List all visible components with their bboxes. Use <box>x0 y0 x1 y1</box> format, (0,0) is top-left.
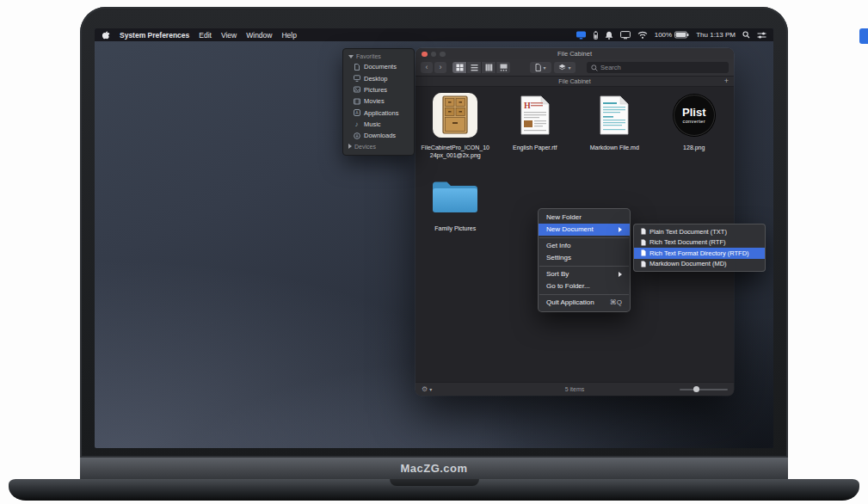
window-title: File Cabinet <box>557 50 592 58</box>
file-item[interactable]: Family Pictures <box>416 169 496 232</box>
file-item[interactable]: Plist converter 128.png <box>655 89 735 159</box>
submenu-item-label: Rich Text Format Directory (RTFD) <box>649 249 749 258</box>
menu-item-label: Get Info <box>546 242 570 250</box>
mini-document-icon <box>641 261 646 267</box>
control-center-icon[interactable] <box>757 32 766 39</box>
menu-item-new-document[interactable]: New Document <box>539 224 630 236</box>
gear-icon: ⚙ <box>422 385 428 393</box>
file-item[interactable]: H English Paper.rtf <box>496 89 576 159</box>
new-document-submenu: Plain Text Document (TXT) Rich Text Docu… <box>633 224 766 272</box>
context-menu: New Folder New Document Get Info Setting… <box>538 208 631 312</box>
sidebar-item-applications[interactable]: A Applications <box>343 108 414 119</box>
spotlight-search-icon[interactable] <box>742 31 750 39</box>
sidebar-item-label: Pictures <box>364 86 387 94</box>
menu-window[interactable]: Window <box>246 31 272 40</box>
devices-header[interactable]: Devices <box>343 142 414 151</box>
menu-item-label: New Folder <box>546 213 582 222</box>
minimize-button[interactable] <box>431 52 437 58</box>
menu-item-sort-by[interactable]: Sort By <box>539 268 630 280</box>
battery-status[interactable]: 100% <box>655 31 689 39</box>
menu-help[interactable]: Help <box>281 31 296 40</box>
file-item[interactable]: Markdown File.md <box>575 89 655 159</box>
submenu-item-plain-text[interactable]: Plain Text Document (TXT) <box>634 226 765 237</box>
actions-menu-button[interactable]: ⚙ ▾ <box>422 385 432 393</box>
close-button[interactable] <box>422 52 428 58</box>
svg-text:A: A <box>355 110 359 115</box>
submenu-item-markdown[interactable]: Markdown Document (MD) <box>634 259 765 270</box>
submenu-item-rich-text[interactable]: Rich Text Document (RTF) <box>634 237 765 249</box>
plist-converter-icon: Plist converter <box>674 89 715 142</box>
sidebar-item-desktop[interactable]: Desktop <box>343 72 414 83</box>
menu-bar-left: System Preferences Edit View Window Help <box>102 30 297 40</box>
search-icon <box>591 65 598 71</box>
menu-item-settings[interactable]: Settings <box>539 252 630 264</box>
file-label: FileCabinetPro_ICON_1024px_001@2x.png <box>421 144 489 159</box>
disclosure-open-icon <box>348 55 354 58</box>
submenu-arrow-icon <box>619 272 622 277</box>
sidebar-item-documents[interactable]: Documents <box>343 61 414 72</box>
blue-widget[interactable] <box>859 28 868 44</box>
new-document-toolbar-button[interactable]: ▾ <box>530 62 551 73</box>
menu-edit[interactable]: Edit <box>199 31 212 40</box>
sidebar-item-label: Documents <box>364 63 397 71</box>
markdown-document-icon <box>599 89 630 142</box>
column-view-button[interactable] <box>482 62 496 73</box>
airplay-display-icon[interactable] <box>576 31 587 40</box>
sidebar-item-downloads[interactable]: Downloads <box>343 130 414 141</box>
wifi-icon[interactable] <box>637 31 648 39</box>
peripheral-battery-icon[interactable] <box>594 31 598 40</box>
document-icon <box>535 64 541 71</box>
chevron-down-icon: ▾ <box>568 65 570 71</box>
screen: System Preferences Edit View Window Help <box>95 28 773 448</box>
file-label: 128.png <box>683 144 705 151</box>
app-menu-title[interactable]: System Preferences <box>120 31 189 40</box>
menu-item-label: Quit Application <box>546 298 594 307</box>
folder-icon <box>430 169 480 223</box>
menu-item-quit-application[interactable]: Quit Application ⌘Q <box>539 297 630 309</box>
menu-bar-clock[interactable]: Thu 1:13 PM <box>696 31 736 39</box>
notifications-bell-icon[interactable] <box>605 31 613 40</box>
slider-knob[interactable] <box>693 386 699 392</box>
sidebar-item-music[interactable]: ♪ Music <box>343 119 414 130</box>
page: System Preferences Edit View Window Help <box>0 0 868 504</box>
sidebar-item-label: Movies <box>364 97 385 105</box>
svg-text:H: H <box>524 101 531 110</box>
plist-icon-subtitle: converter <box>682 119 705 124</box>
view-mode-segmented-control <box>452 62 510 73</box>
window-toolbar: ‹ › ▾ ▾ <box>416 59 734 77</box>
menu-item-go-to-folder[interactable]: Go to Folder... <box>539 280 630 292</box>
sidebar-item-label: Music <box>364 120 381 128</box>
layers-icon <box>558 64 566 71</box>
display-icon[interactable] <box>620 31 631 40</box>
document-icon <box>353 63 360 71</box>
menu-view[interactable]: View <box>221 31 237 40</box>
icon-view-button[interactable] <box>452 62 467 73</box>
add-tab-button[interactable]: + <box>724 77 729 86</box>
path-bar: File Cabinet + <box>416 77 734 87</box>
movies-icon <box>353 97 360 105</box>
zoom-button[interactable] <box>440 52 446 58</box>
search-placeholder: Search <box>600 64 621 71</box>
submenu-item-label: Markdown Document (MD) <box>649 260 727 268</box>
desktop-icon <box>353 75 360 83</box>
plist-icon-title: Plist <box>682 107 705 118</box>
window-titlebar[interactable]: File Cabinet <box>416 48 734 59</box>
sidebar-item-pictures[interactable]: Pictures <box>343 84 414 95</box>
disclosure-closed-icon <box>348 144 352 149</box>
sidebar-item-movies[interactable]: Movies <box>343 95 414 107</box>
group-toolbar-button[interactable]: ▾ <box>554 62 576 73</box>
search-field[interactable]: Search <box>587 62 729 73</box>
list-view-button[interactable] <box>467 62 482 73</box>
menu-separator <box>539 266 629 267</box>
icon-size-slider[interactable] <box>680 389 728 390</box>
gallery-view-button[interactable] <box>496 62 510 73</box>
menu-item-new-folder[interactable]: New Folder <box>539 212 630 224</box>
chevron-down-icon: ▾ <box>543 65 545 71</box>
submenu-item-rtfd[interactable]: Rich Text Format Directory (RTFD) <box>634 248 765 259</box>
forward-button[interactable]: › <box>434 62 446 73</box>
menu-item-get-info[interactable]: Get Info <box>539 240 630 252</box>
apple-menu-icon[interactable] <box>102 30 110 40</box>
back-button[interactable]: ‹ <box>421 62 433 73</box>
file-item[interactable]: FileCabinetPro_ICON_1024px_001@2x.png <box>416 89 496 159</box>
favorites-header[interactable]: Favorites <box>343 52 414 61</box>
